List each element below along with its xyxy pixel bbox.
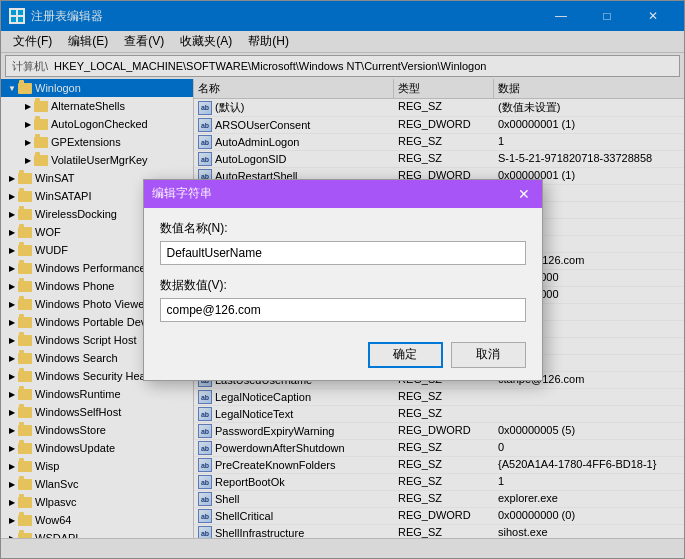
dialog-name-label: 数值名称(N): [160,220,526,237]
dialog-cancel-button[interactable]: 取消 [451,342,526,368]
dialog-name-input[interactable] [160,241,526,265]
dialog-buttons: 确定 取消 [160,342,526,368]
dialog-title-text: 编辑字符串 [152,185,212,202]
dialog-data-label: 数据数值(V): [160,277,526,294]
dialog-close-button[interactable]: ✕ [514,184,534,204]
dialog-body: 数值名称(N): 数据数值(V): 确定 取消 [144,208,542,380]
dialog-confirm-button[interactable]: 确定 [368,342,443,368]
dialog-overlay: 编辑字符串 ✕ 数值名称(N): 数据数值(V): 确定 取消 [0,0,685,559]
edit-string-dialog: 编辑字符串 ✕ 数值名称(N): 数据数值(V): 确定 取消 [143,179,543,381]
dialog-title-bar: 编辑字符串 ✕ [144,180,542,208]
dialog-data-input[interactable] [160,298,526,322]
